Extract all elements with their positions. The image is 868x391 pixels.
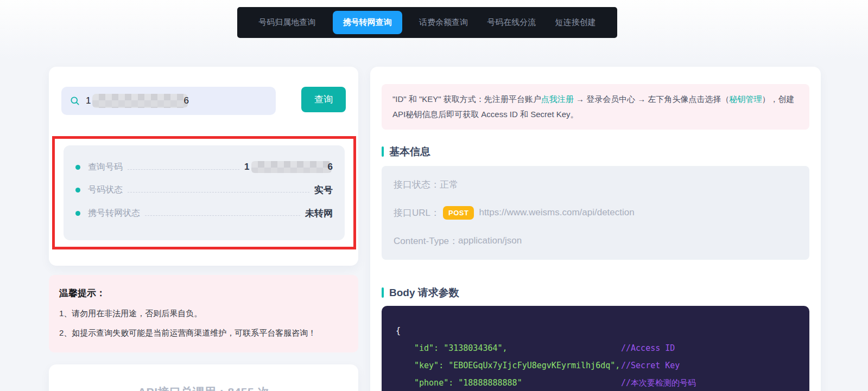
result-row-port-status: 携号转网状态 未转网 [75, 202, 333, 225]
search-row: 16 查询 [61, 87, 346, 115]
content-type-line: Content-Type：application/json [394, 227, 797, 255]
tab-number-location-query[interactable]: 号码归属地查询 [256, 14, 318, 31]
credentials-notice: "ID" 和 "KEY" 获取方式：先注册平台账户点我注册 → 登录会员中心 →… [382, 84, 809, 130]
dotted-leader [145, 215, 300, 216]
tips-item: 1、请勿用在非法用途，否则后果自负。 [59, 309, 348, 319]
code-line-open-brace: { [396, 322, 795, 339]
masked-digits-blur [92, 94, 188, 108]
api-usage-counter: API接口总调用：8455 次 [49, 384, 358, 391]
key-manage-link[interactable]: 秘钥管理 [730, 94, 762, 104]
query-card: 16 查询 查询号码 16 号码状态 实号 [49, 67, 358, 266]
api-status-value: 正常 [440, 178, 458, 191]
bullet-dot-icon [75, 188, 80, 193]
top-nav: 号码归属地查询 携号转网查询 话费余额查询 号码在线分流 短连接创建 [237, 7, 617, 38]
code-line-key: "key": "EBOEGqUx7yIjcFyU8egvKEyrmilhj6dq… [396, 357, 795, 374]
left-column: 16 查询 查询号码 16 号码状态 实号 [49, 67, 358, 391]
dotted-leader [128, 192, 309, 193]
tab-short-link-create[interactable]: 短连接创建 [553, 14, 598, 31]
result-row-phone: 查询号码 16 [75, 156, 333, 178]
result-value-phone: 16 [244, 161, 333, 173]
basic-info-section-title: 基本信息 [382, 145, 809, 159]
dotted-leader [128, 169, 239, 170]
basic-info-box: 接口状态：正常 接口URL： POST https://www.weisms.c… [382, 166, 809, 260]
tab-balance-query[interactable]: 话费余额查询 [417, 14, 470, 31]
search-icon [69, 95, 80, 106]
api-status-line: 接口状态：正常 [394, 171, 797, 198]
content-type-value: application/json [458, 235, 522, 246]
tips-title: 温馨提示： [59, 287, 348, 299]
section-accent-bar [382, 146, 384, 157]
code-line-phone: "phone": "18888888888"//本次要检测的号码 [396, 374, 795, 391]
post-method-badge: POST [443, 206, 474, 220]
bullet-dot-icon [75, 211, 80, 216]
section-accent-bar [382, 287, 384, 298]
api-url-value: https://www.weisms.com/api/detection [479, 207, 634, 218]
api-usage-count: 8455 [227, 386, 254, 391]
request-body-code-block: { "id": "3138034364",//Access ID "key": … [382, 306, 809, 391]
tips-item: 2、如提示查询失败可能是当前运营商渠道维护，可联系平台客服咨询！ [59, 328, 348, 338]
api-doc-panel: "ID" 和 "KEY" 获取方式：先注册平台账户点我注册 → 登录会员中心 →… [370, 67, 821, 391]
tab-carrier-port-query[interactable]: 携号转网查询 [333, 11, 402, 34]
result-label: 查询号码 [88, 162, 123, 173]
section-title-text: 基本信息 [389, 145, 430, 159]
query-result-box: 查询号码 16 号码状态 实号 携号转网状态 未转网 [64, 145, 345, 240]
result-value-number-status: 实号 [314, 184, 333, 196]
api-usage-card: API接口总调用：8455 次 [49, 364, 358, 391]
section-title-text: Body 请求参数 [389, 286, 459, 300]
phone-search-input[interactable]: 16 [61, 87, 276, 115]
bullet-dot-icon [75, 165, 80, 170]
body-params-section-title: Body 请求参数 [382, 286, 809, 300]
result-row-number-status: 号码状态 实号 [75, 178, 333, 202]
masked-digits-blur [251, 161, 332, 173]
tips-card: 温馨提示： 1、请勿用在非法用途，否则后果自负。 2、如提示查询失败可能是当前运… [49, 275, 358, 352]
api-url-line: 接口URL： POST https://www.weisms.com/api/d… [394, 198, 797, 227]
result-label: 携号转网状态 [88, 208, 140, 219]
tab-number-online-split[interactable]: 号码在线分流 [485, 14, 538, 31]
result-highlight-annotation: 查询号码 16 号码状态 实号 携号转网状态 未转网 [52, 136, 356, 249]
register-link[interactable]: 点我注册 [541, 94, 574, 104]
code-line-id: "id": "3138034364",//Access ID [396, 339, 795, 357]
result-value-port-status: 未转网 [305, 207, 333, 220]
search-input-value: 16 [86, 94, 189, 108]
query-button[interactable]: 查询 [301, 87, 346, 112]
result-label: 号码状态 [88, 184, 123, 196]
